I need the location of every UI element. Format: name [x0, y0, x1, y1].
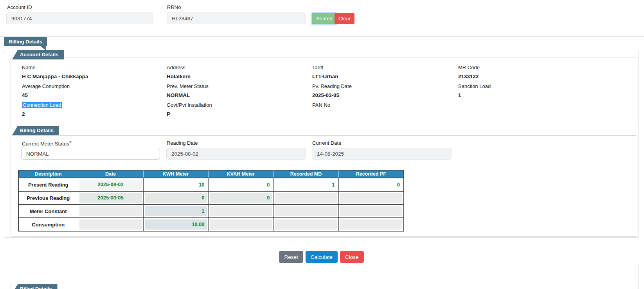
rrno-input[interactable]	[167, 13, 306, 24]
field-label: Address	[167, 65, 191, 70]
field-value	[312, 111, 330, 117]
field-value: 2025-03-05	[312, 92, 352, 99]
previous-kvah-cell: 0	[210, 193, 272, 203]
billed-details-tab: Billed Details	[12, 284, 58, 289]
current-date-input	[312, 148, 452, 160]
field-mr-code: MR Code 2133122	[458, 65, 480, 80]
billed-details-panel	[11, 284, 637, 289]
meter-constant-md-cell	[275, 206, 337, 216]
account-id-label: Account ID	[7, 4, 32, 10]
current-date-label: Current Date	[312, 140, 341, 146]
col-recorded-md: Recorded MD	[273, 170, 338, 178]
close-button[interactable]: Close	[340, 251, 364, 263]
previous-date-cell: 2025-03-05	[79, 193, 142, 203]
field-tariff: Tariff LT1-Urban	[312, 65, 338, 80]
header-divider	[0, 36, 644, 37]
field-value: 1	[458, 92, 491, 99]
field-value: NORMAL	[167, 92, 209, 99]
table-row-consumption: Consumption 10.00	[18, 218, 404, 231]
consumption-pf-cell	[340, 219, 403, 230]
tab-tail-triangle	[41, 46, 46, 50]
readings-table: Description Date KWH Meter KVAH Meter Re…	[18, 170, 404, 232]
clear-button[interactable]: Clear	[335, 13, 354, 24]
billing-details-panel: Current Meter Status* Reading Date Curre…	[11, 135, 637, 237]
table-row-present-reading: Present Reading 2025-08-02	[18, 178, 404, 191]
billing-page: Account ID RRNo Search Clear Billing Det…	[0, 0, 644, 289]
field-prev-meter-status: Prev. Meter Status NORMAL	[167, 83, 209, 99]
account-details-panel: Name H C Manjappa - Chikkappa Address Ho…	[11, 57, 637, 128]
col-description: Description	[18, 170, 78, 178]
reading-date-label: Reading Date	[167, 140, 198, 146]
consumption-md-cell	[275, 219, 337, 230]
meter-constant-kwh-cell: 1	[145, 206, 207, 216]
previous-kwh-cell: 0	[145, 193, 207, 203]
field-label: Pv. Reading Date	[312, 83, 352, 89]
field-value: 2	[22, 111, 62, 117]
previous-pf-cell	[340, 193, 403, 203]
meter-constant-kvah-cell	[210, 206, 272, 216]
rrno-label: RRNo	[167, 4, 181, 10]
field-name: Name H C Manjappa - Chikkappa	[22, 65, 88, 80]
field-label: Average Conumption	[22, 83, 70, 89]
row-label: Meter Constant	[18, 205, 78, 218]
present-kwh-input[interactable]	[145, 180, 207, 190]
field-value: 45	[22, 92, 70, 99]
billing-details-tab: Billing Details	[12, 126, 59, 135]
present-kvah-input[interactable]	[210, 180, 272, 190]
field-label: Govt/Pvt Installation	[167, 102, 212, 108]
search-button[interactable]: Search	[312, 13, 336, 24]
field-value: LT1-Urban	[312, 74, 338, 80]
col-kvah-meter: KVAH Meter	[208, 170, 273, 178]
field-value: Holalkere	[167, 74, 191, 80]
field-pan-no: PAN No	[312, 102, 330, 117]
field-label: Tariff	[312, 65, 338, 70]
field-govt-pvt-installation: Govt/Pvt Installation P	[167, 102, 212, 117]
reading-date-input	[166, 148, 306, 160]
current-meter-status-label: Current Meter Status	[22, 141, 69, 147]
previous-md-cell	[275, 193, 337, 203]
present-md-input[interactable]	[275, 180, 337, 190]
field-label: Name	[22, 65, 88, 70]
connection-load-label-selected: Connection Load	[22, 102, 62, 108]
field-label: Sanction Load	[458, 83, 491, 89]
row-label: Consumption	[18, 218, 78, 231]
field-average-consumption: Average Conumption 45	[22, 83, 70, 99]
field-label: MR Code	[458, 65, 480, 70]
field-address: Address Holalkere	[167, 65, 191, 80]
field-value: 2133122	[458, 74, 480, 80]
account-details-tab: Account Details	[12, 50, 64, 59]
current-meter-status-input[interactable]	[21, 148, 160, 160]
field-connection-load: Connection Load 2	[22, 102, 62, 117]
table-row-previous-reading: Previous Reading 2025-03-05 0 0	[18, 191, 404, 205]
calculate-button[interactable]: Calculate	[306, 251, 338, 263]
col-kwh-meter: KWH Meter	[143, 170, 208, 178]
consumption-date-cell	[79, 219, 142, 230]
billing-details-section-tab: Billing Details	[4, 37, 47, 46]
field-pv-reading-date: Pv. Reading Date 2025-03-05	[312, 83, 352, 99]
reset-button[interactable]: Reset	[279, 251, 303, 263]
consumption-kvah-cell	[210, 219, 272, 230]
table-header-row: Description Date KWH Meter KVAH Meter Re…	[18, 170, 404, 178]
required-asterisk: *	[69, 140, 72, 147]
col-recorded-pf: Recorded PF	[338, 170, 404, 178]
field-label: PAN No	[312, 102, 330, 108]
present-pf-input[interactable]	[340, 180, 403, 190]
row-label: Previous Reading	[18, 191, 78, 205]
meter-constant-pf-cell	[340, 206, 403, 216]
field-label: Prev. Meter Status	[167, 83, 209, 89]
consumption-kwh-cell: 10.00	[145, 219, 207, 230]
field-value: P	[167, 111, 212, 117]
present-date-cell: 2025-08-02	[79, 180, 142, 190]
table-row-meter-constant: Meter Constant 1	[18, 205, 404, 218]
meter-constant-date-cell	[79, 206, 142, 216]
account-id-input[interactable]	[6, 13, 153, 24]
row-label: Present Reading	[18, 178, 78, 191]
field-value: H C Manjappa - Chikkappa	[22, 74, 88, 80]
action-buttons: Reset Calculate Close	[4, 251, 639, 263]
col-date: Date	[78, 170, 143, 178]
field-sanction-load: Sanction Load 1	[458, 83, 491, 99]
